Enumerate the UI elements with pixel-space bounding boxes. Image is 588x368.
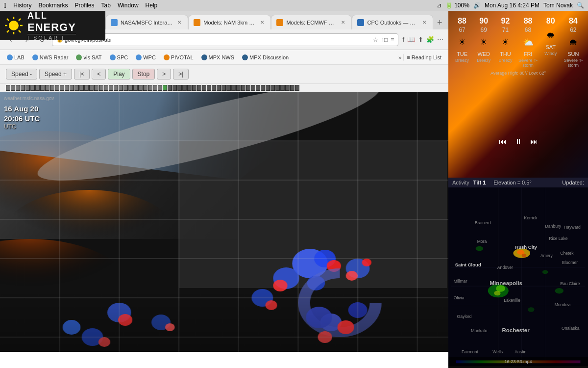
share2-icon[interactable]: ⬆	[418, 36, 423, 43]
progress-segment-5[interactable]	[30, 85, 35, 91]
progress-segment-57[interactable]	[285, 85, 290, 91]
bookmark-wpc[interactable]: WPC	[133, 53, 159, 61]
progress-segment-38[interactable]	[192, 85, 196, 91]
progress-segment-46[interactable]	[231, 85, 236, 91]
progress-segment-43[interactable]	[217, 85, 221, 91]
progress-segment-48[interactable]	[241, 85, 245, 91]
weather-pause-icon[interactable]: ⏸	[514, 137, 522, 146]
menu-help[interactable]: Help	[146, 2, 158, 9]
progress-segment-28[interactable]	[143, 85, 147, 91]
progress-segment-53[interactable]	[266, 85, 270, 91]
progress-segment-19[interactable]	[99, 85, 103, 91]
menu-history[interactable]: History	[13, 2, 31, 9]
stop-button[interactable]: Stop	[132, 69, 155, 79]
progress-segment-23[interactable]	[119, 85, 123, 91]
bookmarks-more-icon[interactable]: »	[398, 54, 401, 60]
more-icon[interactable]: ⋯	[437, 36, 443, 43]
progress-segment-32[interactable]	[163, 85, 167, 91]
progress-segment-15[interactable]	[79, 85, 84, 91]
bookmark-pivotal[interactable]: PIVOTAL	[161, 53, 196, 61]
weather-next-icon[interactable]: ⏭	[530, 137, 538, 146]
menu-tab[interactable]: Tab	[101, 2, 111, 9]
reading-list[interactable]: ≡ Reading List	[403, 53, 444, 61]
progress-segment-20[interactable]	[104, 85, 108, 91]
progress-segment-50[interactable]	[251, 85, 255, 91]
last-frame-button[interactable]: >|	[173, 69, 189, 79]
progress-segment-52[interactable]	[261, 85, 265, 91]
progress-segment-14[interactable]	[74, 85, 79, 91]
progress-segment-47[interactable]	[236, 85, 241, 91]
progress-segment-51[interactable]	[256, 85, 260, 91]
progress-segment-10[interactable]	[55, 85, 59, 91]
star-icon[interactable]: ☆	[373, 36, 378, 43]
bookmark-mpx-discussion[interactable]: MPX Discussion	[239, 53, 292, 61]
speed-minus-button[interactable]: Speed -	[6, 69, 37, 79]
progress-segment-45[interactable]	[226, 85, 231, 91]
bookmark-vis-sat[interactable]: vis SAT	[73, 53, 104, 61]
progress-segment-21[interactable]	[109, 85, 113, 91]
progress-segment-6[interactable]	[35, 85, 40, 91]
progress-segment-34[interactable]	[172, 85, 177, 91]
progress-segment-2[interactable]	[16, 85, 20, 91]
progress-segment-44[interactable]	[221, 85, 226, 91]
speed-plus-button[interactable]: Speed +	[39, 69, 72, 79]
progress-segment-55[interactable]	[275, 85, 280, 91]
progress-segment-35[interactable]	[177, 85, 182, 91]
bookmark-spc[interactable]: SPC	[107, 53, 131, 61]
progress-segment-12[interactable]	[65, 85, 69, 91]
progress-segment-33[interactable]	[168, 85, 172, 91]
progress-segment-40[interactable]	[202, 85, 206, 91]
progress-segment-49[interactable]	[246, 85, 250, 91]
progress-segment-41[interactable]	[207, 85, 211, 91]
progress-segment-0[interactable]	[6, 85, 10, 91]
new-tab-button[interactable]: +	[433, 16, 446, 29]
first-frame-button[interactable]: |<	[74, 69, 90, 79]
tab-1-close[interactable]: ✕	[176, 19, 183, 26]
progress-segment-26[interactable]	[133, 85, 138, 91]
progress-segment-24[interactable]	[123, 85, 128, 91]
tab-4[interactable]: CPC Outlooks — Pi... ✕	[352, 15, 433, 29]
progress-segment-27[interactable]	[138, 85, 143, 91]
progress-segment-3[interactable]	[21, 85, 25, 91]
share-icon[interactable]: ↑□	[381, 36, 388, 43]
tab-2-close[interactable]: ✕	[259, 19, 266, 26]
progress-segment-37[interactable]	[187, 85, 192, 91]
tab-2[interactable]: Models: NAM 3km C... ✕	[188, 15, 271, 29]
extensions-icon[interactable]: 🧩	[426, 36, 434, 43]
progress-segment-1[interactable]	[11, 85, 15, 91]
next-frame-button[interactable]: >	[157, 69, 171, 79]
progress-segment-4[interactable]	[25, 85, 30, 91]
weather-prev-icon[interactable]: ⏮	[499, 137, 507, 146]
progress-segment-13[interactable]	[70, 85, 74, 91]
facebook-icon[interactable]: f	[402, 36, 404, 43]
progress-segment-30[interactable]	[153, 85, 157, 91]
reader-icon[interactable]: ≡	[391, 36, 394, 43]
tab-4-close[interactable]: ✕	[421, 19, 428, 26]
progress-segment-16[interactable]	[84, 85, 89, 91]
progress-segment-36[interactable]	[182, 85, 187, 91]
menu-bookmarks[interactable]: Bookmarks	[38, 2, 68, 9]
bookmark-nws-radar[interactable]: NWS Radar	[29, 53, 72, 61]
progress-segment-42[interactable]	[212, 85, 216, 91]
progress-segment-22[interactable]	[114, 85, 118, 91]
radar-tab-tilt[interactable]: Tilt 1	[473, 180, 486, 185]
progress-segment-7[interactable]	[40, 85, 45, 91]
play-button[interactable]: Play	[108, 69, 130, 79]
progress-segment-25[interactable]	[128, 85, 133, 91]
progress-segment-58[interactable]	[290, 85, 294, 91]
progress-segment-9[interactable]	[50, 85, 54, 91]
progress-bar[interactable]	[0, 84, 448, 92]
progress-segment-17[interactable]	[89, 85, 94, 91]
prev-frame-button[interactable]: <	[92, 69, 106, 79]
menu-window[interactable]: Window	[118, 2, 139, 9]
progress-segment-59[interactable]	[295, 85, 299, 91]
progress-segment-18[interactable]	[94, 85, 98, 91]
progress-segment-56[interactable]	[280, 85, 285, 91]
progress-segment-8[interactable]	[45, 85, 49, 91]
search-icon[interactable]: 🔍	[577, 2, 584, 9]
tab-3[interactable]: Models: ECMWF Hi... ✕	[271, 15, 352, 29]
menu-profiles[interactable]: Profiles	[75, 2, 95, 9]
progress-segment-31[interactable]	[158, 85, 162, 91]
bookmark-lab[interactable]: LAB	[4, 53, 27, 61]
tab-3-close[interactable]: ✕	[340, 19, 346, 26]
